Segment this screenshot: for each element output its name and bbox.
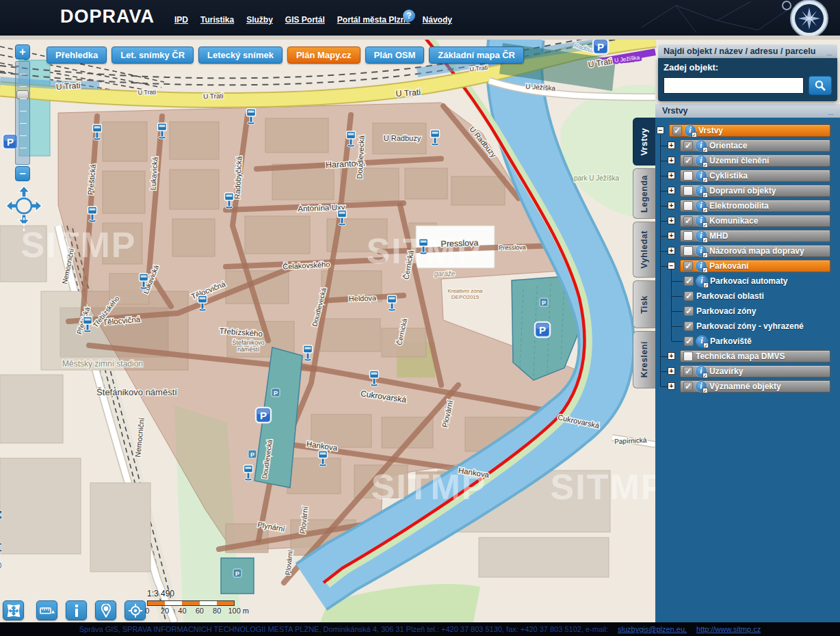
parking-meter-icon[interactable] [419, 239, 428, 254]
layer-info-icon[interactable]: i✓ [696, 200, 707, 211]
layer-row-orientace[interactable]: +✓i✓Orientace [655, 138, 840, 153]
layer-row-komunikace[interactable]: +✓i✓Komunikace [655, 213, 840, 228]
expand-icon[interactable]: + [668, 382, 675, 390]
layer-info-icon[interactable]: i✓ [696, 261, 707, 271]
footer-site-link[interactable]: http://www.sitmp.cz [696, 625, 761, 633]
layer-row-vrstvy[interactable]: −✓i✓Vrstvy [655, 123, 840, 138]
pan-control[interactable] [4, 185, 44, 235]
layer-checkbox[interactable]: ✓ [683, 367, 693, 376]
parking-small-icon[interactable]: P [233, 569, 241, 577]
basemap-button-plan-osm[interactable]: Plán OSM [365, 47, 425, 64]
collapse-icon[interactable]: − [668, 262, 675, 269]
layer-checkbox[interactable]: ✓ [683, 261, 693, 271]
layer-info-icon[interactable]: i✓ [696, 381, 707, 392]
layer-row-technicka-mapa-dmvs[interactable]: +Technická mapa DMVS [655, 349, 840, 364]
layer-info-icon[interactable]: i✓ [685, 125, 696, 136]
menu-link-gis-portal[interactable]: GIS Portál [285, 15, 325, 25]
basemap-button-plan-mapy-cz[interactable]: Plán Mapy.cz [287, 47, 360, 64]
parking-small-icon[interactable]: P [272, 388, 280, 397]
expand-icon[interactable]: + [668, 352, 675, 360]
parking-meter-icon[interactable] [244, 465, 253, 481]
expand-icon[interactable]: + [668, 247, 675, 254]
tab-vyhledat[interactable]: Vyhledat [633, 222, 655, 278]
expand-icon[interactable]: + [668, 202, 675, 209]
layer-checkbox[interactable]: ✓ [684, 306, 694, 316]
layer-info-icon[interactable]: i✓ [696, 230, 707, 241]
layer-row-elektromobilita[interactable]: +i✓Elektromobilita [655, 198, 840, 213]
parking-meter-icon[interactable] [225, 193, 234, 209]
parking-small-icon[interactable]: P [540, 298, 548, 306]
basemap-button-let-snimky-cr[interactable]: Let. snímky ČR [111, 47, 194, 64]
collapse-icon[interactable]: − [657, 127, 664, 134]
layer-checkbox[interactable] [683, 201, 693, 211]
tab-legenda[interactable]: Legenda [633, 168, 655, 219]
tab-vrstvy[interactable]: Vrstvy [633, 118, 655, 165]
parking-meter-icon[interactable] [158, 123, 167, 139]
layer-row-uzemni-cleneni[interactable]: +✓i✓Územní členění [655, 153, 840, 168]
search-panel-minimize-icon[interactable]: _ [827, 49, 832, 54]
parking-garage-icon[interactable]: P [535, 322, 550, 337]
zoom-in-button[interactable]: + [15, 44, 30, 59]
menu-link-sluzby[interactable]: Služby [246, 15, 273, 25]
expand-icon[interactable]: + [668, 232, 675, 239]
footer-email-link[interactable]: sluzbygis@plzen.eu, [618, 625, 687, 633]
layer-info-icon[interactable]: i✓ [696, 155, 707, 166]
layer-row-dopravni-objekty[interactable]: +i✓Dopravní objekty [655, 183, 840, 198]
fullscreen-button[interactable] [3, 600, 24, 620]
basemap-button-letecky-snimek[interactable]: Letecký snímek [198, 47, 283, 64]
zoom-slider-track[interactable] [15, 61, 30, 165]
layer-info-icon[interactable]: i✓ [696, 215, 707, 226]
layer-row-mhd[interactable]: +i✓MHD [655, 228, 840, 243]
layer-checkbox[interactable] [683, 231, 693, 241]
menu-link-turistika[interactable]: Turistika [200, 15, 234, 25]
basemap-button-zakladni-mapa-cr[interactable]: Základní mapa ČR [429, 47, 524, 64]
expand-icon[interactable]: + [668, 142, 675, 149]
parking-meter-icon[interactable] [198, 295, 207, 311]
layer-checkbox[interactable]: ✓ [684, 291, 694, 301]
layer-row-cyklistika[interactable]: +i✓Cyklistika [655, 168, 840, 183]
parking-meter-icon[interactable] [88, 207, 97, 222]
layer-info-icon[interactable]: i✓ [696, 170, 707, 181]
layer-info-icon[interactable]: i✓ [696, 366, 707, 377]
expand-icon[interactable]: + [668, 172, 675, 179]
search-input[interactable] [664, 77, 804, 94]
layer-info-icon[interactable]: i✓ [696, 185, 707, 196]
parking-meter-icon[interactable] [93, 124, 102, 140]
expand-icon[interactable]: + [668, 157, 675, 164]
measure-button[interactable] [36, 600, 57, 620]
layer-row-parkoviste[interactable]: ✓i✓Parkoviště [655, 334, 840, 349]
layer-checkbox[interactable]: ✓ [683, 156, 693, 165]
expand-icon[interactable]: + [668, 187, 675, 194]
parking-meter-icon[interactable] [319, 451, 328, 466]
parking-meter-icon[interactable] [338, 210, 347, 226]
layer-checkbox[interactable] [683, 246, 693, 256]
parking-meter-icon[interactable] [347, 131, 356, 147]
help-icon[interactable]: ? [403, 10, 415, 22]
parking-meter-icon[interactable] [83, 317, 92, 332]
expand-icon[interactable]: + [668, 217, 675, 224]
layer-row-uzavirky[interactable]: +✓i✓Uzavírky [655, 364, 840, 379]
layer-row-parkovani[interactable]: −✓i✓Parkování [655, 259, 840, 274]
zoom-out-button[interactable]: − [15, 166, 30, 181]
tab-kresleni[interactable]: Kreslení [633, 331, 655, 388]
locate-button[interactable] [124, 600, 146, 620]
parking-garage-icon[interactable]: P [256, 408, 271, 423]
gps-button[interactable] [95, 600, 116, 620]
info-button[interactable] [66, 600, 87, 620]
parking-meter-icon[interactable] [247, 109, 256, 124]
layer-checkbox[interactable]: ✓ [684, 336, 694, 346]
parking-garage-icon[interactable]: P [593, 40, 608, 54]
basemap-button-prehledka[interactable]: Přehledka [47, 47, 107, 64]
layer-checkbox[interactable] [683, 186, 693, 196]
layer-info-icon[interactable]: i✓ [696, 276, 707, 287]
parking-small-icon[interactable]: P [248, 450, 257, 458]
layer-row-parkovaci-zony-vyhrazene[interactable]: ✓Parkovací zóny - vyhrazené [655, 319, 840, 334]
layer-checkbox[interactable]: ✓ [672, 126, 682, 135]
layer-info-icon[interactable]: i✓ [696, 246, 707, 256]
tab-tisk[interactable]: Tisk [633, 280, 655, 328]
layer-row-parkovaci-automaty[interactable]: ✓i✓Parkovací automaty [655, 274, 840, 289]
layer-checkbox[interactable]: ✓ [683, 382, 693, 391]
layer-checkbox[interactable] [683, 171, 693, 181]
layer-checkbox[interactable]: ✓ [683, 141, 693, 150]
parking-meter-icon[interactable] [431, 130, 440, 146]
